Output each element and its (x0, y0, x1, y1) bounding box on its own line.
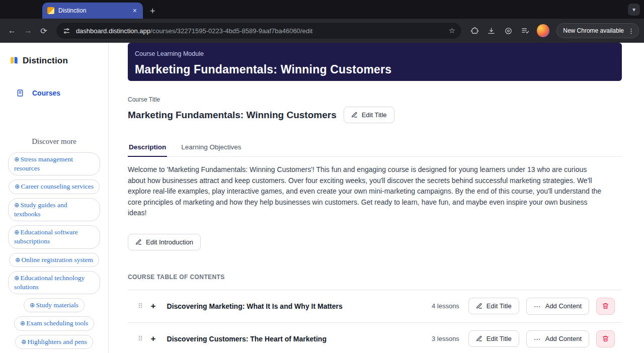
circle-plus-icon: ⊕ (14, 275, 19, 282)
extensions-icon[interactable] (467, 23, 482, 38)
tag-highlighters-pens[interactable]: ⊕Highlighters and pens (15, 335, 93, 349)
brand-book-icon (9, 56, 19, 66)
course-title: Marketing Fundamentals: Winning Customer… (128, 110, 337, 121)
brand-name: Distinction (23, 56, 68, 66)
tag-stress-management[interactable]: ⊕Stress management resources (8, 152, 100, 175)
reload-button[interactable]: ⟳ (37, 26, 51, 36)
circle-plus-icon: ⊕ (15, 183, 20, 190)
browser-window: Distinction × + ▾ ← → ⟳ dashboard.distin… (0, 0, 644, 353)
new-chrome-button[interactable]: New Chrome available ⋮ (556, 23, 639, 38)
lesson-count: 3 lessons (432, 335, 459, 342)
site-settings-icon[interactable] (62, 23, 71, 38)
discover-tags: ⊕Stress management resources ⊕Career cou… (8, 152, 100, 353)
pencil-icon (351, 112, 358, 118)
url-host: dashboard.distinction.app (76, 27, 150, 35)
browser-extension-icon[interactable] (501, 23, 516, 38)
circle-plus-icon: ⊕ (21, 338, 26, 345)
url-path: /courses/32271595-0223-4bd5-8589-9aaf7ba… (150, 27, 312, 35)
profile-avatar[interactable] (537, 24, 550, 37)
address-bar[interactable]: dashboard.distinction.app/courses/322715… (56, 22, 462, 39)
module-title: Discovering Customers: The Heart of Mark… (167, 335, 425, 343)
page-body: Distinction Courses Discover more ⊕Stres… (0, 43, 644, 353)
circle-plus-icon: ⊕ (14, 202, 19, 209)
brand-logo[interactable]: Distinction (8, 56, 100, 66)
tab-search-button[interactable]: ▾ (628, 4, 640, 16)
tag-exam-scheduling[interactable]: ⊕Exam scheduling tools (14, 316, 94, 330)
browser-tab[interactable]: Distinction × (42, 3, 143, 19)
banner-title: Marketing Fundamentals: Winning Customer… (135, 63, 614, 76)
browser-toolbar: ← → ⟳ dashboard.distinction.app/courses/… (0, 19, 644, 43)
circle-plus-icon: ⊕ (30, 302, 35, 309)
drag-handle-icon[interactable]: ⠿ (138, 302, 143, 310)
tab-favicon-icon (47, 7, 54, 14)
new-tab-button[interactable]: + (150, 7, 155, 16)
tag-educational-technology[interactable]: ⊕Educational technology solutions (8, 271, 100, 294)
tab-learning-objectives[interactable]: Learning Objectives (180, 143, 242, 156)
reading-list-icon[interactable] (518, 23, 533, 38)
ellipsis-icon: ⋯ (534, 302, 541, 310)
add-content-button[interactable]: ⋯ Add Content (526, 298, 589, 315)
tag-study-materials[interactable]: ⊕Study materials (24, 298, 85, 312)
tag-educational-software[interactable]: ⊕Educational software subscriptions (8, 225, 100, 248)
toc-list: ⠿ + Discovering Marketing: What It Is an… (128, 290, 622, 353)
downloads-icon[interactable] (484, 23, 499, 38)
url-text: dashboard.distinction.app/courses/322715… (76, 27, 313, 35)
tab-strip: Distinction × + ▾ (0, 0, 644, 19)
lesson-count: 4 lessons (432, 302, 459, 310)
pencil-icon (476, 335, 482, 342)
tag-career-counseling[interactable]: ⊕Career counseling services (9, 180, 100, 194)
tab-description[interactable]: Description (128, 143, 167, 157)
ellipsis-icon: ⋯ (534, 335, 541, 343)
sidebar-item-courses[interactable]: Courses (16, 89, 100, 97)
trash-icon (602, 335, 609, 342)
toc-row: ⠿ + Discovering Customers: The Heart of … (128, 323, 622, 353)
sidebar: Distinction Courses Discover more ⊕Stres… (0, 43, 109, 353)
circle-plus-icon: ⊕ (14, 156, 19, 163)
main-content: Course Learning Module Marketing Fundame… (109, 43, 644, 353)
toc-heading: COURSE TABLE OF CONTENTS (128, 274, 622, 281)
pencil-icon (476, 303, 482, 309)
close-tab-icon[interactable]: × (132, 7, 138, 15)
pencil-icon (135, 239, 142, 245)
delete-module-button[interactable] (596, 330, 615, 347)
browser-menu-icon[interactable]: ⋮ (628, 27, 634, 35)
circle-plus-icon: ⊕ (20, 320, 25, 327)
course-title-label: Course Title (128, 96, 622, 103)
sidebar-item-label: Courses (32, 89, 60, 97)
edit-module-title-button[interactable]: Edit Title (468, 298, 519, 314)
add-content-button[interactable]: ⋯ Add Content (526, 330, 589, 347)
trash-icon (602, 302, 609, 310)
tag-online-registration[interactable]: ⊕Online registration system (9, 253, 99, 267)
bookmark-star-icon[interactable]: ☆ (449, 26, 455, 35)
course-description: Welcome to 'Marketing Fundamentals: Winn… (128, 164, 602, 219)
content-tabs: Description Learning Objectives (128, 143, 622, 157)
circle-plus-icon: ⊕ (15, 256, 20, 263)
circle-plus-icon: ⊕ (14, 229, 19, 236)
edit-introduction-button[interactable]: Edit Introduction (128, 234, 201, 250)
edit-title-button[interactable]: Edit Title (344, 107, 394, 123)
module-title: Discovering Marketing: What It Is and Wh… (167, 302, 425, 310)
expand-module-button[interactable]: + (150, 334, 157, 344)
discover-more-heading: Discover more (8, 137, 100, 146)
expand-module-button[interactable]: + (150, 301, 157, 311)
drag-handle-icon[interactable]: ⠿ (138, 335, 143, 342)
edit-module-title-button[interactable]: Edit Title (468, 330, 519, 347)
delete-module-button[interactable] (596, 298, 615, 315)
new-chrome-label: New Chrome available (563, 27, 624, 34)
tag-study-guides[interactable]: ⊕Study guides and textbooks (8, 198, 100, 221)
forward-button[interactable]: → (21, 26, 35, 35)
tab-title: Distinction (58, 7, 128, 14)
toc-row: ⠿ + Discovering Marketing: What It Is an… (128, 290, 622, 323)
course-banner: Course Learning Module Marketing Fundame… (128, 43, 622, 81)
banner-eyebrow: Course Learning Module (135, 50, 614, 57)
courses-icon (16, 89, 24, 97)
back-button[interactable]: ← (5, 26, 19, 35)
